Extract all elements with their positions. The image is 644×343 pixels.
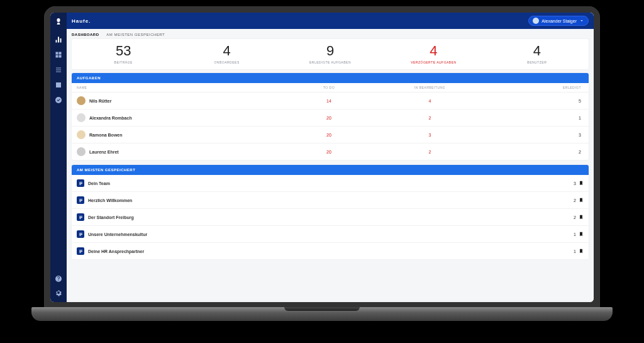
list-item[interactable]: Der Standort Freiburg 2 bbox=[72, 209, 589, 226]
tasks-panel-header: Aufgaben bbox=[72, 73, 589, 83]
user-menu[interactable]: Alexander Staiger bbox=[528, 16, 589, 26]
nav-list-icon[interactable] bbox=[54, 65, 63, 74]
table-row[interactable]: Ramona Bowen 20 3 3 bbox=[72, 127, 589, 143]
saved-panel-header: Am meisten gespeichert bbox=[72, 165, 589, 175]
stat-posts: 53 Beiträge bbox=[72, 43, 175, 64]
list-item[interactable]: Unsere Unternehmenskultur 1 bbox=[72, 226, 589, 243]
bookmark-icon bbox=[579, 197, 584, 203]
brand-text: Haufe. bbox=[72, 18, 91, 24]
user-name: Alexander Staiger bbox=[541, 19, 577, 23]
avatar-icon bbox=[77, 130, 86, 139]
table-row[interactable]: Alexandra Rombach 20 2 1 bbox=[72, 110, 589, 127]
bookmark-icon bbox=[579, 231, 584, 237]
stat-done: 9 Erledigte Aufgaben bbox=[279, 43, 382, 64]
avatar-icon bbox=[77, 113, 86, 122]
tab-saved[interactable]: Am meisten gespeichert bbox=[106, 33, 165, 37]
bookmark-icon bbox=[579, 180, 584, 186]
sidebar bbox=[50, 13, 67, 302]
list-item[interactable]: Herzlich Willkommen 2 bbox=[72, 192, 589, 209]
article-icon bbox=[77, 179, 84, 187]
bookmark-icon bbox=[579, 248, 584, 254]
article-icon bbox=[77, 230, 84, 238]
table-row[interactable]: Laurenz Ehret 20 2 2 bbox=[72, 143, 589, 160]
article-icon bbox=[77, 247, 84, 255]
nav-dashboard-icon[interactable] bbox=[54, 35, 63, 44]
app-logo-icon[interactable] bbox=[53, 16, 64, 26]
avatar-icon bbox=[77, 147, 86, 156]
laptop-base bbox=[31, 307, 613, 321]
nav-media-icon[interactable] bbox=[54, 81, 63, 89]
stat-delayed: 4 Verzögerte Aufgaben bbox=[382, 43, 485, 64]
laptop-frame: Haufe. Alexander Staiger Dashboard Am me… bbox=[31, 6, 613, 321]
nav-check-icon[interactable] bbox=[54, 96, 63, 104]
user-avatar-icon bbox=[533, 18, 539, 24]
nav-grid-icon[interactable] bbox=[54, 50, 63, 59]
stat-onboardees: 4 Onboardees bbox=[175, 43, 278, 64]
dashboard-tabs: Dashboard Am meisten gespeichert bbox=[72, 33, 589, 37]
stats-card: 53 Beiträge 4 Onboardees 9 Erledigte Auf… bbox=[72, 39, 589, 69]
app-screen: Haufe. Alexander Staiger Dashboard Am me… bbox=[50, 13, 594, 302]
tasks-panel: Aufgaben Name To Do In Bearbeitung Erled… bbox=[72, 73, 589, 160]
tasks-table-head: Name To Do In Bearbeitung Erledigt bbox=[72, 83, 589, 93]
avatar-icon bbox=[77, 96, 86, 105]
laptop-bezel: Haufe. Alexander Staiger Dashboard Am me… bbox=[44, 6, 600, 308]
topbar: Haufe. Alexander Staiger bbox=[67, 13, 594, 29]
list-item[interactable]: Dein Team 3 bbox=[72, 175, 589, 192]
bookmark-icon bbox=[579, 214, 584, 220]
list-item[interactable]: Deine HR Ansprechpartner 1 bbox=[72, 243, 589, 259]
article-icon bbox=[77, 213, 84, 221]
saved-panel: Am meisten gespeichert Dein Team 3 Herzl… bbox=[72, 165, 589, 259]
article-icon bbox=[77, 196, 84, 204]
tab-dashboard[interactable]: Dashboard bbox=[72, 33, 99, 37]
nav-help-icon[interactable] bbox=[54, 274, 63, 283]
nav-settings-icon[interactable] bbox=[54, 288, 63, 297]
chevron-down-icon bbox=[579, 18, 584, 23]
stat-users: 4 Benutzer bbox=[486, 43, 589, 64]
table-row[interactable]: Nils Rütter 14 4 5 bbox=[72, 93, 589, 110]
